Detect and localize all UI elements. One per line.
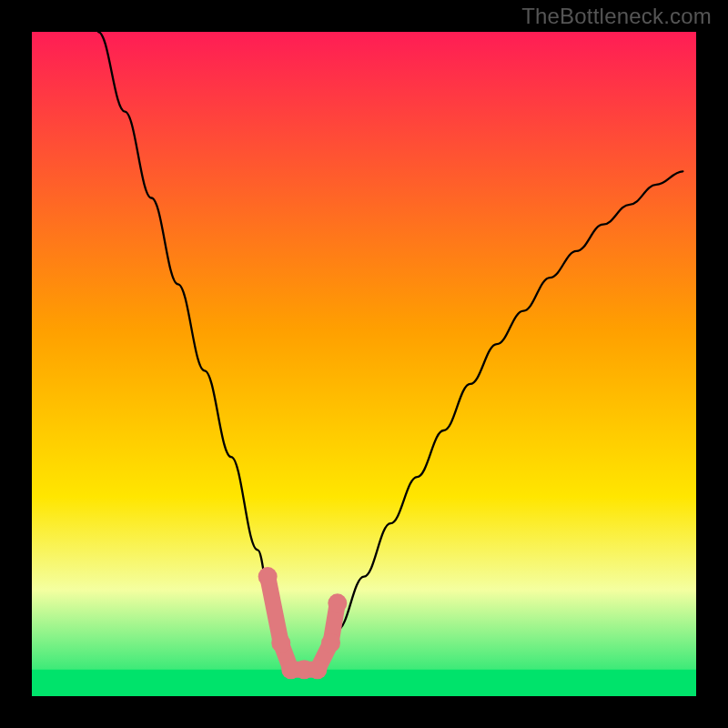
- bottleneck-chart: [32, 32, 696, 696]
- sweet-spot-dot: [258, 567, 278, 586]
- watermark-text: TheBottleneck.com: [521, 4, 712, 29]
- plot-area: [32, 32, 696, 696]
- chart-frame: TheBottleneck.com: [0, 0, 728, 728]
- gradient-background: [32, 32, 696, 696]
- green-band: [32, 670, 696, 696]
- sweet-spot-dot: [328, 593, 347, 612]
- sweet-spot-dot: [271, 633, 290, 652]
- sweet-spot-dot: [321, 633, 340, 652]
- sweet-spot-dot: [308, 660, 327, 679]
